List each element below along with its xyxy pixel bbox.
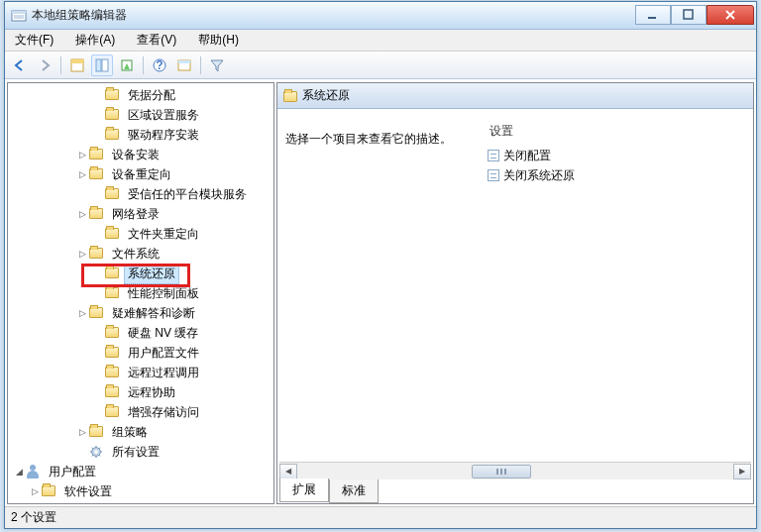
- expander-icon: [91, 405, 105, 419]
- tree-node[interactable]: 硬盘 NV 缓存: [8, 323, 273, 343]
- expander-icon[interactable]: ▷: [75, 247, 89, 261]
- settings-list: 设置 关闭配置关闭系统还原: [484, 117, 745, 454]
- expander-icon[interactable]: ▷: [75, 207, 89, 221]
- tree-node-label: 远程协助: [124, 382, 179, 403]
- view-tabs: 扩展 标准: [279, 481, 751, 503]
- tree-node[interactable]: 受信任的平台模块服务: [8, 184, 273, 204]
- expander-icon: [91, 286, 105, 300]
- column-header-setting[interactable]: 设置: [484, 117, 745, 146]
- tree-node[interactable]: 文件夹重定向: [8, 224, 273, 244]
- view-button[interactable]: [173, 54, 195, 76]
- expander-icon: [91, 108, 105, 122]
- tree-node[interactable]: ▷文件系统: [8, 244, 273, 264]
- tree-node-label: 增强存储访问: [124, 402, 203, 423]
- scroll-thumb[interactable]: [472, 465, 531, 479]
- tree-node[interactable]: ▷设备重定向: [8, 164, 273, 184]
- setting-label: 关闭配置: [503, 148, 551, 164]
- setting-icon: [488, 150, 499, 161]
- folder-icon: [105, 405, 121, 419]
- close-button[interactable]: [707, 5, 754, 25]
- menu-help[interactable]: 帮助(H): [192, 30, 245, 51]
- description-text: 选择一个项目来查看它的描述。: [285, 117, 474, 454]
- tree-node-label: 远程过程调用: [124, 363, 203, 383]
- window-title: 本地组策略编辑器: [32, 7, 635, 24]
- tree-node[interactable]: 凭据分配: [8, 85, 273, 105]
- tree-node-label: 用户配置文件: [124, 343, 203, 364]
- folder-icon: [105, 266, 121, 280]
- tree-node[interactable]: 所有设置: [8, 442, 273, 462]
- details-title: 系统还原: [302, 87, 350, 104]
- menu-file[interactable]: 文件(F): [9, 30, 59, 51]
- setting-row[interactable]: 关闭系统还原: [484, 165, 745, 185]
- folder-icon: [105, 286, 121, 300]
- setting-row[interactable]: 关闭配置: [484, 146, 745, 165]
- tree-node[interactable]: 区域设置服务: [8, 105, 273, 125]
- folder-icon: [89, 306, 105, 320]
- expander-icon: [91, 326, 105, 340]
- tree-node-label: 文件系统: [108, 244, 163, 265]
- folder-icon: [105, 227, 121, 241]
- folder-icon: [105, 385, 121, 399]
- tree-node-label: 性能控制面板: [124, 283, 203, 304]
- menubar: 文件(F) 操作(A) 查看(V) 帮助(H): [5, 30, 756, 52]
- tree-node[interactable]: 驱动程序安装: [8, 125, 273, 145]
- minimize-button[interactable]: [635, 5, 671, 25]
- svg-point-14: [94, 450, 98, 454]
- help-button[interactable]: ?: [149, 54, 170, 76]
- tree-node[interactable]: ◢用户配置: [8, 462, 273, 481]
- tab-standard[interactable]: 标准: [329, 479, 379, 503]
- svg-rect-5: [71, 59, 83, 63]
- expander-icon[interactable]: ▷: [28, 484, 42, 498]
- tree-node[interactable]: ▷设备安装: [8, 145, 273, 164]
- content-area: 凭据分配区域设置服务驱动程序安装▷设备安装▷设备重定向受信任的平台模块服务▷网络…: [5, 79, 756, 506]
- export-button[interactable]: [116, 54, 138, 76]
- tree-node[interactable]: 用户配置文件: [8, 343, 273, 363]
- back-button[interactable]: [9, 54, 31, 76]
- titlebar[interactable]: 本地组策略编辑器: [5, 2, 756, 30]
- tree-node-label: 驱动程序安装: [124, 125, 203, 146]
- details-pane: 系统还原 选择一个项目来查看它的描述。 设置 关闭配置关闭系统还原 ◀ ▶ 扩展…: [276, 82, 754, 504]
- tree-node[interactable]: 增强存储访问: [8, 402, 273, 422]
- status-text: 2 个设置: [11, 509, 56, 526]
- expander-icon: [91, 385, 105, 399]
- show-hide-button[interactable]: [91, 54, 113, 76]
- tree-node[interactable]: ▷网络登录: [8, 204, 273, 224]
- tree-node[interactable]: ▷软件设置: [8, 481, 273, 501]
- scroll-right-button[interactable]: ▶: [733, 464, 751, 479]
- expander-icon[interactable]: ▷: [75, 148, 89, 161]
- expander-icon[interactable]: ▷: [75, 167, 89, 181]
- expander-icon: [91, 128, 105, 142]
- tree-node-label: 系统还原: [124, 264, 179, 284]
- tree-node[interactable]: 远程过程调用: [8, 363, 273, 382]
- maximize-button[interactable]: [671, 5, 707, 25]
- tab-extended[interactable]: 扩展: [279, 479, 329, 502]
- tree-pane[interactable]: 凭据分配区域设置服务驱动程序安装▷设备安装▷设备重定向受信任的平台模块服务▷网络…: [7, 82, 274, 504]
- expander-icon: [91, 187, 105, 201]
- tree-node[interactable]: ▷疑难解答和诊断: [8, 303, 273, 323]
- scroll-left-button[interactable]: ◀: [279, 464, 297, 479]
- tree-node[interactable]: ▷组策略: [8, 422, 273, 442]
- filter-button[interactable]: [206, 54, 228, 76]
- properties-button[interactable]: [66, 54, 88, 76]
- tree-node-label: 软件设置: [60, 481, 116, 502]
- svg-rect-3: [684, 10, 693, 19]
- folder-icon: [105, 88, 121, 102]
- expander-icon: [75, 445, 89, 459]
- tree-node-label: 受信任的平台模块服务: [124, 184, 251, 205]
- expander-icon[interactable]: ◢: [12, 465, 26, 479]
- scroll-track[interactable]: [297, 464, 733, 479]
- expander-icon[interactable]: ▷: [75, 306, 89, 320]
- folder-icon: [105, 128, 121, 142]
- horizontal-scrollbar[interactable]: ◀ ▶: [279, 462, 751, 479]
- setting-label: 关闭系统还原: [503, 167, 575, 184]
- svg-rect-6: [96, 59, 101, 71]
- tree-node-label: 区域设置服务: [124, 105, 203, 126]
- menu-action[interactable]: 操作(A): [69, 30, 121, 51]
- menu-view[interactable]: 查看(V): [131, 30, 182, 51]
- tree-node[interactable]: 性能控制面板: [8, 283, 273, 303]
- tree-node[interactable]: 系统还原: [8, 264, 273, 283]
- folder-icon: [105, 326, 121, 340]
- forward-button[interactable]: [34, 54, 55, 76]
- expander-icon[interactable]: ▷: [75, 425, 89, 439]
- tree-node[interactable]: 远程协助: [8, 382, 273, 402]
